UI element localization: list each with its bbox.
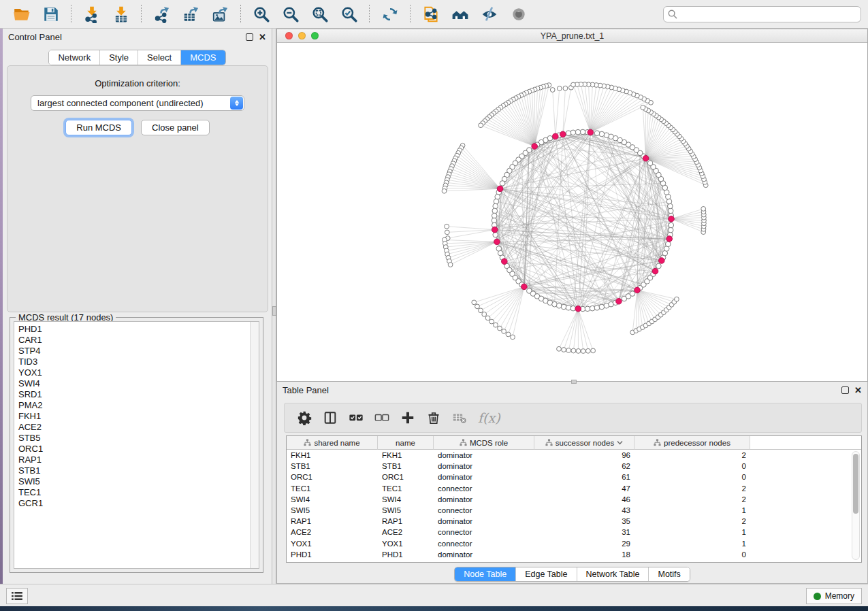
graph-node[interactable] — [647, 161, 653, 166]
mcds-result-item[interactable]: PHD1 — [18, 324, 259, 335]
graph-leaf-node[interactable] — [445, 224, 449, 229]
select-all-rows-icon[interactable] — [346, 408, 366, 428]
cell-shared-name[interactable]: STB1 — [287, 462, 378, 470]
cell-successor-nodes[interactable]: 35 — [534, 517, 634, 525]
mcds-list-scrollbar[interactable] — [250, 322, 259, 568]
column-header-successor-nodes[interactable]: successor nodes — [534, 436, 634, 450]
graph-leaf-node[interactable] — [472, 300, 477, 305]
cell-predecessor-nodes[interactable]: 0 — [634, 550, 750, 559]
column-header-MCDS-role[interactable]: MCDS role — [434, 436, 534, 450]
graph-leaf-node[interactable] — [563, 86, 568, 90]
table-row-RAP1[interactable]: RAP1RAP1dominator352 — [287, 516, 861, 527]
add-column-icon[interactable] — [398, 408, 418, 428]
network-canvas[interactable] — [277, 43, 867, 381]
mcds-result-item[interactable]: GCR1 — [18, 498, 259, 509]
graph-mcds-node[interactable] — [521, 284, 528, 290]
column-header-name[interactable]: name — [378, 436, 434, 450]
cell-name[interactable]: YOX1 — [378, 540, 434, 548]
cell-name[interactable]: SWI4 — [378, 495, 434, 503]
graph-node[interactable] — [493, 203, 498, 209]
graph-node[interactable] — [556, 303, 562, 309]
cell-name[interactable]: TEC1 — [378, 484, 434, 493]
cell-predecessor-nodes[interactable]: 1 — [634, 528, 750, 536]
graph-leaf-node[interactable] — [675, 297, 679, 301]
graph-node[interactable] — [656, 263, 662, 269]
graph-mcds-node[interactable] — [553, 133, 559, 139]
graph-leaf-node[interactable] — [581, 349, 585, 354]
zoom-fit-icon[interactable] — [310, 4, 330, 24]
graph-leaf-node[interactable] — [502, 329, 507, 334]
toggle-columns-icon[interactable] — [320, 408, 340, 428]
cell-shared-name[interactable]: RAP1 — [287, 517, 378, 525]
mcds-result-item[interactable]: SWI4 — [18, 378, 259, 389]
graph-leaf-node[interactable] — [511, 335, 515, 340]
run-mcds-button[interactable]: Run MCDS — [65, 120, 132, 135]
cell-predecessor-nodes[interactable]: 1 — [634, 506, 750, 514]
cell-MCDS-role[interactable]: connector — [434, 540, 534, 548]
graph-node[interactable] — [604, 133, 609, 138]
tab-network[interactable]: Network — [49, 50, 100, 65]
mcds-result-item[interactable]: STB1 — [18, 465, 259, 476]
cell-shared-name[interactable]: FKH1 — [287, 451, 378, 459]
graph-leaf-node[interactable] — [445, 230, 449, 235]
tab-style[interactable]: Style — [100, 50, 138, 65]
graph-node[interactable] — [494, 199, 499, 204]
export-network-icon[interactable] — [152, 4, 172, 24]
unselect-all-rows-icon[interactable] — [372, 408, 392, 428]
cell-MCDS-role[interactable]: dominator — [434, 550, 534, 559]
graph-leaf-node[interactable] — [506, 332, 511, 337]
graph-leaf-node[interactable] — [442, 188, 447, 193]
graph-leaf-node[interactable] — [591, 348, 596, 353]
graph-node[interactable] — [570, 130, 576, 135]
mcds-result-item[interactable]: FKH1 — [18, 411, 259, 422]
graph-node[interactable] — [561, 304, 566, 310]
export-image-icon[interactable] — [210, 4, 231, 24]
table-row-ORC1[interactable]: ORC1ORC1dominator610 — [287, 472, 861, 482]
cell-shared-name[interactable]: ORC1 — [287, 473, 378, 481]
cell-shared-name[interactable]: YOX1 — [287, 540, 378, 548]
table-scrollbar[interactable] — [852, 451, 860, 560]
mcds-result-item[interactable]: STB5 — [18, 433, 259, 444]
table-row-ACE2[interactable]: ACE2ACE2connector311 — [287, 527, 861, 538]
table-settings-gear-icon[interactable] — [294, 408, 315, 428]
graph-node[interactable] — [566, 306, 571, 311]
graph-node[interactable] — [669, 222, 674, 228]
table-row-FKH1[interactable]: FKH1FKH1dominator962 — [287, 450, 861, 461]
graph-node[interactable] — [630, 291, 635, 297]
cell-predecessor-nodes[interactable]: 2 — [634, 495, 750, 503]
graph-mcds-node[interactable] — [643, 155, 649, 161]
graph-leaf-node[interactable] — [475, 304, 480, 309]
graph-leaf-node[interactable] — [562, 348, 566, 352]
graph-leaf-node[interactable] — [479, 308, 483, 313]
cell-predecessor-nodes[interactable]: 1 — [634, 540, 750, 548]
graph-mcds-node[interactable] — [634, 287, 641, 293]
mcds-result-item[interactable]: PMA2 — [18, 400, 259, 411]
graph-node[interactable] — [575, 129, 581, 135]
graph-leaf-node[interactable] — [566, 348, 571, 353]
cell-shared-name[interactable]: PHD1 — [287, 550, 378, 559]
cell-predecessor-nodes[interactable]: 0 — [634, 462, 750, 470]
mcds-result-item[interactable]: ACE2 — [18, 422, 259, 433]
zoom-in-icon[interactable] — [251, 4, 272, 24]
graph-leaf-node[interactable] — [557, 346, 562, 351]
graph-leaf-node[interactable] — [557, 86, 562, 91]
zoom-selected-icon[interactable] — [339, 4, 359, 24]
zoom-out-icon[interactable] — [280, 4, 301, 24]
graph-node[interactable] — [492, 208, 498, 214]
graph-mcds-node[interactable] — [659, 258, 665, 264]
graph-node[interactable] — [666, 242, 671, 247]
graph-leaf-node[interactable] — [571, 82, 576, 87]
graph-node[interactable] — [590, 306, 595, 311]
graph-leaf-node[interactable] — [550, 88, 555, 93]
cell-successor-nodes[interactable]: 46 — [534, 495, 634, 503]
close-panel-button[interactable]: Close panel — [141, 120, 210, 135]
cell-shared-name[interactable]: SWI4 — [287, 495, 378, 503]
graph-node[interactable] — [599, 131, 605, 137]
cell-successor-nodes[interactable]: 18 — [534, 550, 634, 559]
graph-node[interactable] — [668, 227, 673, 233]
cell-MCDS-role[interactable]: dominator — [434, 451, 534, 459]
cell-name[interactable]: STB1 — [378, 462, 434, 470]
hide-panels-icon[interactable] — [479, 4, 500, 24]
graph-node[interactable] — [492, 213, 497, 218]
graph-mcds-node[interactable] — [616, 299, 622, 305]
